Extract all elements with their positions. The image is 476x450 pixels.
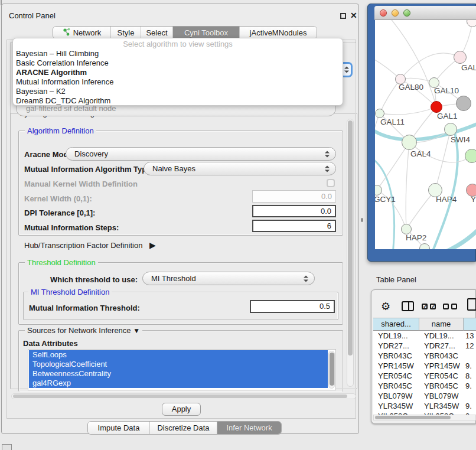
network-node[interactable] — [454, 51, 467, 64]
tab-network-label: Network — [73, 28, 102, 37]
settings-horizontal-scrollbar[interactable] — [11, 393, 356, 399]
column-header-name[interactable]: name — [419, 318, 464, 331]
table-horizontal-scrollbar[interactable] — [373, 415, 476, 420]
sources-legend[interactable]: Sources for Network Inference ▼ — [25, 326, 142, 335]
scrollbar-thumb[interactable] — [348, 120, 353, 356]
scrollbar-thumb[interactable] — [375, 416, 451, 419]
tab-style[interactable]: Style — [111, 27, 141, 38]
which-threshold-combo[interactable]: MI Threshold — [142, 272, 315, 285]
list-item[interactable]: BetweennessCentrality — [29, 369, 328, 379]
cell: 9. — [465, 381, 476, 391]
list-vertical-scrollbar[interactable] — [328, 351, 335, 389]
table-row[interactable]: YBR043C YBR043C — [373, 351, 476, 361]
dropdown-item[interactable]: Bayesian – Hill Climbing — [16, 49, 99, 58]
tab-discretize-data[interactable]: Discretize Data — [150, 422, 217, 434]
scrollbar-thumb[interactable] — [13, 394, 347, 398]
tab-select-label: Select — [146, 28, 167, 37]
tab-impute-data[interactable]: Impute Data — [88, 422, 150, 434]
list-item[interactable]: TopologicalCoefficient — [29, 360, 328, 369]
network-window-titlebar[interactable] — [374, 6, 476, 20]
tab-style-label: Style — [118, 28, 135, 37]
unchecked-checkbox-icon[interactable] — [451, 304, 457, 309]
cell: YER054C — [378, 371, 420, 381]
close-traffic-light-icon[interactable] — [380, 9, 387, 17]
node-label: GAL11 — [380, 118, 405, 126]
settings-vertical-scrollbar[interactable] — [347, 119, 354, 387]
network-node[interactable] — [465, 149, 476, 163]
table-panel-title: Table Panel — [376, 275, 416, 284]
aracne-mode-combo[interactable]: Discovery — [66, 147, 336, 161]
table-row[interactable]: YBL079W YBL079W — [373, 391, 476, 401]
node-label: GAL4 — [410, 149, 431, 158]
cell: YBR043C — [378, 351, 420, 361]
tab-jactivemnodules[interactable]: jActiveMNodules — [240, 27, 317, 38]
gear-icon[interactable]: ⚙ — [381, 300, 390, 313]
checked-checkbox-icon[interactable]: ✓ — [422, 304, 428, 309]
list-item[interactable]: SelfLoops — [29, 350, 328, 360]
desktop: { "control_panel": { "title": "Control P… — [0, 0, 476, 450]
network-node[interactable] — [444, 123, 457, 136]
table-row[interactable]: YER054C YER054C 8. — [373, 371, 476, 381]
kernel-width-field[interactable]: 0.0 — [252, 190, 336, 203]
dpi-tolerance-field[interactable]: 0.0 — [252, 205, 336, 217]
tab-infer-network[interactable]: Infer Network — [217, 422, 281, 434]
zoom-traffic-light-icon[interactable] — [403, 9, 410, 17]
dropdown-item[interactable]: Mutual Information Inference — [16, 77, 113, 87]
tab-discretize-data-label: Discretize Data — [157, 423, 209, 432]
mi-threshold-field[interactable]: 0.5 — [250, 300, 335, 313]
tab-network[interactable]: Network — [53, 27, 111, 38]
clipped-corner-icon[interactable] — [2, 444, 12, 450]
network-node[interactable] — [402, 135, 417, 150]
node-label: GCY1 — [375, 195, 396, 204]
expand-arrow-icon: ▶ — [149, 240, 156, 250]
mi-type-combo[interactable]: Naive Bayes — [144, 162, 336, 175]
which-threshold-value: MI Threshold — [151, 274, 196, 283]
tab-cyni-toolbox[interactable]: Cyni Toolbox — [173, 27, 240, 38]
apply-button[interactable]: Apply — [162, 403, 201, 416]
dropdown-item[interactable]: Dream8 DC_TDC Algorithm — [16, 96, 110, 106]
unchecked-checkbox-icon[interactable] — [443, 304, 449, 309]
close-icon[interactable]: ✕ — [350, 11, 357, 20]
control-panel-window: Control Panel ✕ Network Style Select Cyn… — [1, 4, 359, 434]
collapse-arrow-icon: ▼ — [133, 327, 140, 335]
float-window-icon[interactable] — [340, 13, 346, 19]
dropdown-placeholder: Select algorithm to view settings — [13, 40, 343, 48]
algorithm-definition-legend: Algorithm Definition — [25, 126, 96, 135]
network-icon — [63, 28, 70, 38]
split-view-icon[interactable] — [402, 301, 414, 311]
network-node[interactable] — [456, 96, 471, 111]
column-header-clipped[interactable] — [464, 318, 476, 331]
cell: 8. — [465, 371, 476, 381]
network-node-gal1[interactable] — [431, 101, 442, 113]
data-attributes-label: Data Attributes — [23, 339, 78, 348]
hub-definition-toggle[interactable]: Hub/Transcription Factor Definition ▶ — [24, 240, 156, 250]
node-label: HAP4 — [436, 195, 457, 204]
dropdown-item-selected[interactable]: ARACNE Algorithm — [16, 68, 87, 77]
table-row[interactable]: YDL19... YDL19... 13 — [373, 331, 476, 341]
window-title: Control Panel — [9, 11, 56, 20]
cell: YER054C — [424, 371, 463, 381]
tab-select[interactable]: Select — [141, 27, 173, 38]
table-row[interactable]: YDR27... YDR27... 12 — [373, 341, 476, 351]
network-node[interactable] — [375, 109, 384, 118]
dropdown-item[interactable]: Basic Correlation Inference — [16, 58, 109, 68]
column-header-shared-name[interactable]: shared... — [373, 318, 419, 331]
panel-divider-handle[interactable] — [361, 218, 363, 222]
spinner-icon — [304, 275, 308, 282]
manual-kernel-checkbox[interactable] — [327, 179, 335, 187]
network-view-window: GAL GAL80 GAL10 GAL1 GAL11 SWI4 GAL4 GCY… — [367, 4, 476, 262]
document-icon[interactable] — [467, 298, 476, 311]
scrollbar-thumb[interactable] — [330, 353, 334, 386]
dropdown-item[interactable]: Bayesian – K2 — [16, 87, 66, 96]
checked-checkbox-icon[interactable]: ✓ — [430, 304, 436, 309]
mi-steps-field[interactable]: 6 — [252, 220, 336, 232]
minimize-traffic-light-icon[interactable] — [392, 9, 399, 17]
tab-jactivemnodules-label: jActiveMNodules — [250, 28, 307, 37]
table-row[interactable]: YBR045C YBR045C 9. — [373, 381, 476, 391]
cell: YPR145W — [424, 361, 463, 371]
list-item[interactable]: gal4RGexp — [29, 379, 328, 388]
sources-legend-text: Sources for Network Inference — [27, 326, 131, 335]
network-canvas[interactable]: GAL GAL80 GAL10 GAL1 GAL11 SWI4 GAL4 GCY… — [375, 20, 476, 249]
table-row[interactable]: YPR145W YPR145W 9. — [373, 361, 476, 371]
table-row[interactable]: YLR345W YLR345W 9. — [373, 401, 476, 411]
